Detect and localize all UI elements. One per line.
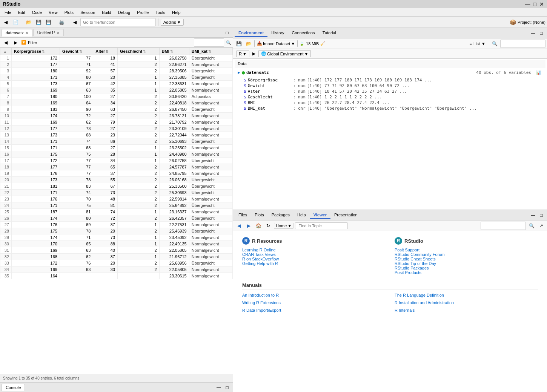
tab-datensatz[interactable]: datensatz ✕ [2,29,32,37]
help-link[interactable]: RStudio Community Forum [395,252,445,257]
help-external-btn[interactable]: ↗ [537,222,545,230]
tab-help[interactable]: Help [293,211,310,219]
help-link[interactable]: Posit Products [395,270,421,275]
col-korpergrosse[interactable]: Körpergrösse⇅ [12,48,60,55]
tab-environment[interactable]: Environment [235,29,267,37]
menu-item-tools[interactable]: Tools [152,9,168,15]
r-selector-btn[interactable]: R ▼ [236,51,249,57]
manual-link[interactable]: R Installation and Administration [395,300,538,305]
tab-files[interactable]: Files [235,211,251,219]
global-env-btn[interactable]: 🌐 Global Environment ▼ [258,50,311,57]
import-dataset-btn[interactable]: 📥 Import Dataset ▼ [254,40,298,47]
tab-tutorial[interactable]: Tutorial [319,29,340,37]
nav-back-btn[interactable]: ◀ [71,18,79,26]
new-file-btn[interactable]: 📄 [11,18,20,26]
rstudio-links: Posit SupportRStudio Community ForumRStu… [395,248,538,275]
manual-link[interactable]: R Internals [395,308,538,312]
help-link[interactable]: Getting Help with R [242,261,278,266]
help-search-btn[interactable]: 🔍 [527,222,536,230]
env-search-input[interactable] [500,40,545,48]
tab-viewer[interactable]: Viewer [310,211,330,219]
nav-left-btn[interactable]: ◀ [2,38,10,47]
menu-item-session[interactable]: Session [77,9,98,15]
addins-btn[interactable]: Addins ▼ [161,19,184,26]
maximize-btn[interactable]: □ [533,1,536,7]
menu-item-profile[interactable]: Profile [134,9,152,15]
home-dropdown-btn[interactable]: Home ▼ [274,223,293,229]
env-tab-bar: Environment History Connections Tutorial… [233,28,547,38]
tab-history[interactable]: History [267,29,288,37]
table-row: 61696335122.05805Normalgewicht [0,87,233,93]
col-index[interactable]: ▲ [0,48,12,55]
env-load-btn[interactable]: 📂 [244,40,253,48]
right-panel: Environment History Connections Tutorial… [233,28,547,392]
minimize-panel-btn[interactable]: — [213,29,221,37]
menu-item-plots[interactable]: Plots [61,9,77,15]
help-minimize-btn[interactable]: — [529,211,537,219]
col-bmikat[interactable]: BMI_kat⇅ [189,48,232,55]
env-search-btn[interactable]: 🔍 [490,40,499,48]
tab-plots[interactable]: Plots [251,211,267,219]
table-row: 331727620225.68956Übergewicht [0,260,233,266]
window-controls: — □ ✕ [525,1,544,7]
menu-item-view[interactable]: View [46,9,61,15]
console-minimize-btn[interactable]: — [215,383,223,392]
table-search-input[interactable] [194,38,224,47]
open-btn[interactable]: 📂 [25,18,33,26]
help-link[interactable]: CRAN Task Views [242,252,276,257]
help-maximize-btn[interactable]: □ [537,211,545,219]
home-nav-btn[interactable]: 🏠 [254,222,263,230]
help-search-input[interactable] [481,222,526,230]
col-alter[interactable]: Alter⇅ [93,48,118,55]
tab-packages[interactable]: Packages [268,211,293,219]
close-untitled1-tab[interactable]: ✕ [57,31,60,35]
help-link[interactable]: RStudio Tip of the Day [395,261,436,266]
help-link[interactable]: RStudio Cheat Sheets [395,257,436,261]
menu-item-build[interactable]: Build [99,9,114,15]
tab-connections[interactable]: Connections [288,29,318,37]
minimize-btn[interactable]: — [525,1,530,7]
menu-item-debug[interactable]: Debug [115,9,133,15]
maximize-panel-btn[interactable]: □ [223,29,231,37]
left-panel: datensatz ✕ Untitled1* ✕ — □ ◀ ▶ 🔽 Filte… [0,28,233,392]
back-nav-btn[interactable]: ◀ [235,222,243,230]
console-maximize-btn[interactable]: □ [223,383,231,392]
print-btn[interactable]: 🖨️ [57,18,66,26]
manual-link[interactable]: An Introduction to R [242,293,386,297]
menu-item-edit[interactable]: Edit [15,9,28,15]
nav-right-btn[interactable]: ▶ [11,38,20,47]
menu-item-help[interactable]: Help [169,9,184,15]
help-link[interactable]: Posit Support [395,248,419,252]
go-to-file-input[interactable] [80,18,156,26]
env-minimize-btn[interactable]: — [529,29,537,37]
close-btn[interactable]: ✕ [539,1,544,7]
tab-untitled1[interactable]: Untitled1* ✕ [33,29,64,36]
env-maximize-btn[interactable]: □ [537,29,545,37]
help-link[interactable]: Learning R Online [242,248,276,252]
help-link[interactable]: RStudio Packages [395,266,429,270]
manual-link[interactable]: The R Language Definition [395,293,538,297]
help-link[interactable]: R on StackOverflow [242,257,279,261]
save-all-btn[interactable]: 💾 [44,18,52,26]
datensatz-row[interactable]: ▶ ● datensatz 40 obs. of 6 variables 📊 [235,67,545,77]
env-save-btn[interactable]: 💾 [235,40,243,48]
save-btn[interactable]: 💾 [34,18,43,26]
refresh-btn[interactable]: ↻ [264,222,272,230]
col-geschlecht[interactable]: Geschlecht⇅ [117,48,159,55]
global-env-label: Global Environment [267,52,304,56]
find-topic-input[interactable] [295,222,348,229]
close-datensatz-tab[interactable]: ✕ [25,31,28,35]
forward-nav-btn[interactable]: ▶ [244,222,253,230]
col-bmi[interactable]: BMI⇅ [159,48,189,55]
tab-console[interactable]: Console [2,384,25,391]
datensatz-view-btn[interactable]: 📊 [534,68,542,77]
menu-item-file[interactable]: File [2,9,14,15]
manual-link[interactable]: R Data Import/Export [242,308,386,312]
menu-item-code[interactable]: Code [29,9,45,15]
tab-presentation[interactable]: Presentation [330,211,361,219]
col-gewicht[interactable]: Gewicht⇅ [60,48,93,55]
manual-link[interactable]: Writing R Extensions [242,300,386,305]
data-table-container[interactable]: ▲ Körpergrösse⇅ Gewicht⇅ Alter⇅ Geschlec… [0,47,233,374]
expand-icon[interactable]: ▶ [238,70,240,75]
back-btn[interactable]: ◀ [2,18,10,26]
